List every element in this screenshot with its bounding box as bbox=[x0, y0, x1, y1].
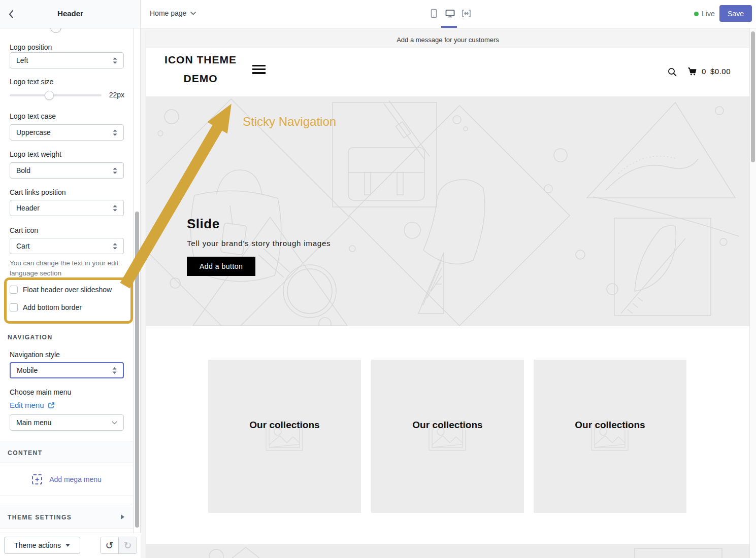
search-icon[interactable] bbox=[668, 67, 677, 77]
theme-editor-window: Header Home page Live Save Logo positi bbox=[0, 0, 756, 558]
collection-title: Our collections bbox=[371, 420, 524, 431]
cart-help-text: You can change the text in your edit lan… bbox=[10, 258, 124, 278]
logo-text-weight-select[interactable]: Bold bbox=[10, 162, 124, 179]
active-device-indicator bbox=[441, 26, 457, 28]
navigation-section-label: NAVIGATION bbox=[8, 334, 53, 341]
logo-text-case-select[interactable]: Uppercase bbox=[10, 124, 124, 141]
navigation-style-select[interactable]: Mobile bbox=[10, 362, 124, 378]
slideshow-section[interactable]: Sticky Navigation Slide Tell your brand'… bbox=[146, 96, 749, 326]
checkbox[interactable] bbox=[10, 303, 18, 311]
theme-settings-label: THEME SETTINGS bbox=[8, 514, 72, 521]
cart-total: $0.00 bbox=[710, 67, 731, 76]
mobile-preview-icon[interactable] bbox=[429, 9, 439, 18]
content-section-label: CONTENT bbox=[8, 449, 43, 457]
cart-count: 0 bbox=[702, 67, 706, 76]
logo-position-label: Logo position bbox=[10, 43, 52, 51]
hamburger-menu-icon[interactable] bbox=[252, 65, 266, 76]
preview-scrollbar[interactable] bbox=[749, 28, 756, 558]
announcement-bar[interactable]: Add a message for your customers bbox=[146, 31, 749, 48]
select-caret-icon bbox=[113, 57, 117, 64]
content-section-band: CONTENT bbox=[0, 441, 134, 463]
annotation-highlight-box bbox=[4, 277, 133, 324]
panel-header: Header bbox=[0, 0, 141, 28]
collection-card[interactable]: Our collections bbox=[208, 360, 361, 513]
external-link-icon bbox=[48, 402, 55, 409]
cart-link[interactable]: 0 $0.00 bbox=[687, 67, 731, 76]
topbar: Header Home page Live Save bbox=[0, 0, 756, 28]
cart-links-position-label: Cart links position bbox=[10, 188, 66, 196]
select-caret-icon bbox=[113, 205, 117, 212]
main-menu-select[interactable]: Main menu bbox=[10, 414, 124, 431]
slide-add-button[interactable]: Add a button bbox=[187, 257, 255, 276]
theme-actions-button[interactable]: Theme actions bbox=[4, 537, 80, 554]
slideshow-sketch-art bbox=[146, 96, 749, 326]
sidebar-scrollbar[interactable] bbox=[134, 28, 141, 558]
panel-title: Header bbox=[0, 9, 141, 18]
caret-down-icon bbox=[65, 544, 70, 547]
slide-subheading: Tell your brand's story through images bbox=[187, 239, 331, 248]
undo-redo-group: ↺ ↻ bbox=[100, 537, 137, 554]
logo-text-size-slider-handle[interactable] bbox=[45, 91, 54, 100]
settings-sidebar: Logo position Left Logo text size 22px L… bbox=[0, 28, 134, 558]
add-mega-menu-icon: + bbox=[32, 474, 42, 484]
collection-card[interactable]: Our collections bbox=[534, 360, 686, 513]
chevron-right-icon bbox=[121, 514, 124, 519]
logo-text-size-label: Logo text size bbox=[10, 78, 53, 86]
sidebar-footer: Theme actions ↺ ↻ bbox=[0, 533, 141, 558]
page-selector-label: Home page bbox=[150, 9, 186, 17]
cart-links-position-select[interactable]: Header bbox=[10, 200, 124, 216]
store-preview: Add a message for your customers ICON TH… bbox=[146, 31, 749, 558]
clipped-slider-handle bbox=[50, 28, 61, 33]
checkbox[interactable] bbox=[10, 286, 18, 294]
cart-icon bbox=[687, 67, 698, 76]
cart-icon-select[interactable]: Cart bbox=[10, 238, 124, 254]
bottom-border-checkbox-row[interactable]: Add bottom border bbox=[10, 303, 82, 311]
select-caret-icon bbox=[113, 167, 117, 174]
logo-position-select[interactable]: Left bbox=[10, 52, 124, 68]
logo-text-case-label: Logo text case bbox=[10, 112, 56, 120]
save-button[interactable]: Save bbox=[719, 5, 752, 22]
select-caret-icon bbox=[112, 367, 117, 374]
select-caret-icon bbox=[113, 129, 117, 136]
store-logo[interactable]: ICON THEME DEMO bbox=[160, 54, 241, 85]
sidebar-scrollbar-thumb[interactable] bbox=[135, 212, 139, 528]
edit-menu-link[interactable]: Edit menu bbox=[10, 401, 55, 409]
collection-title: Our collections bbox=[208, 420, 361, 431]
live-status: Live bbox=[694, 10, 715, 18]
store-header: ICON THEME DEMO 0 $0.00 bbox=[146, 48, 749, 96]
fullscreen-preview-icon[interactable] bbox=[462, 9, 471, 18]
theme-settings-row[interactable]: THEME SETTINGS bbox=[0, 504, 134, 529]
add-mega-menu-button[interactable]: + Add mega menu bbox=[0, 463, 134, 496]
logo-text-size-slider[interactable] bbox=[10, 94, 102, 96]
device-preview-switcher bbox=[429, 9, 471, 18]
redo-icon[interactable]: ↻ bbox=[119, 537, 137, 553]
choose-main-menu-label: Choose main menu bbox=[10, 388, 71, 396]
select-caret-icon bbox=[113, 243, 117, 250]
undo-icon[interactable]: ↺ bbox=[101, 537, 119, 553]
navigation-style-label: Navigation style bbox=[10, 351, 60, 359]
annotation-text: Sticky Navigation bbox=[243, 115, 336, 129]
logo-text-size-value: 22px bbox=[103, 91, 124, 99]
logo-text-weight-label: Logo text weight bbox=[10, 150, 61, 158]
chevron-down-icon bbox=[190, 12, 196, 15]
preview-scrollbar-thumb[interactable] bbox=[751, 31, 755, 162]
collections-section: Our collections Our collections Our coll… bbox=[146, 326, 749, 544]
collection-title: Our collections bbox=[534, 420, 686, 431]
next-section-peek bbox=[146, 544, 749, 558]
slide-heading: Slide bbox=[187, 216, 220, 232]
page-selector-dropdown[interactable]: Home page bbox=[150, 9, 196, 17]
float-header-checkbox-row[interactable]: Float header over slideshow bbox=[10, 286, 112, 294]
live-status-label: Live bbox=[702, 10, 715, 18]
cart-icon-label: Cart icon bbox=[10, 226, 38, 234]
live-status-dot bbox=[694, 12, 699, 16]
collection-card[interactable]: Our collections bbox=[371, 360, 524, 513]
chevron-down-icon bbox=[112, 421, 117, 425]
desktop-preview-icon[interactable] bbox=[445, 9, 455, 18]
